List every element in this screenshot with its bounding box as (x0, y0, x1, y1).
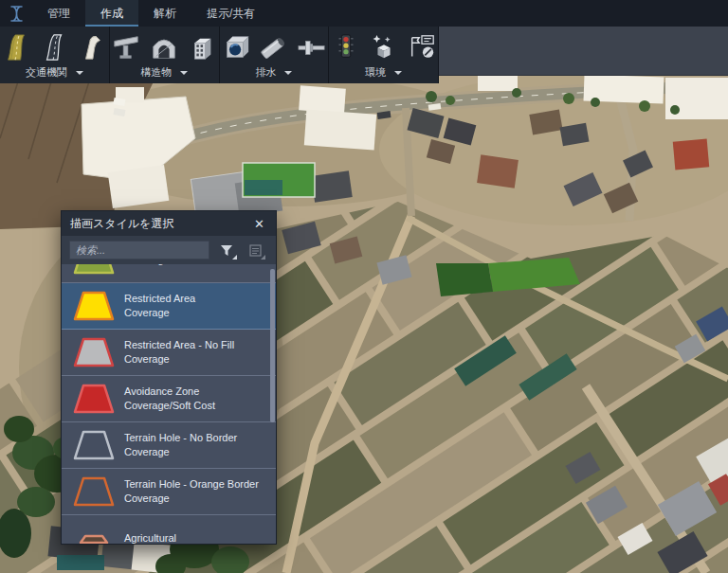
pipe-connector-button[interactable] (296, 30, 328, 64)
building-button[interactable] (186, 30, 218, 64)
style-subtitle: Coverage (124, 445, 237, 459)
style-name: Restricted Area (124, 292, 195, 306)
filter-funnel-icon (220, 244, 233, 257)
coverage-swatch-icon (73, 335, 115, 369)
bridge-icon (112, 32, 140, 63)
chevron-down-icon (180, 71, 188, 75)
highway-icon (2, 32, 30, 63)
city-furniture-icon (370, 32, 398, 63)
ramp-icon (78, 32, 106, 63)
ribbon-group-label-structures[interactable]: 構造物 (140, 65, 188, 80)
ribbon-group-label-transport[interactable]: 交通機関 (26, 65, 83, 80)
coverage-swatch-icon (73, 289, 115, 323)
ribbon-group-environment: 環境 (329, 27, 439, 83)
menu-tabs: 管理 作成 解析 提示/共有 (32, 0, 270, 27)
style-subtitle: Coverage (124, 306, 195, 320)
pipe-connector-icon (298, 32, 326, 63)
style-list: Coverage Restricted AreaCoverage Restric… (62, 264, 276, 544)
ribbon-group-structures: 構造物 (110, 27, 220, 83)
component-road-button[interactable] (38, 30, 70, 64)
scrollbar-thumb[interactable] (270, 269, 275, 422)
dialog-header[interactable]: 描画スタイルを選択 ✕ (62, 211, 276, 236)
menu-tab-create[interactable]: 作成 (85, 0, 138, 27)
ribbon-group-drainage: 排水 (220, 27, 330, 83)
style-list-item[interactable]: Terrain Hole - Orange BorderCoverage (62, 469, 276, 515)
ribbon-group-label-drainage[interactable]: 排水 (255, 65, 292, 80)
style-name: Restricted Area - No Fill (124, 338, 234, 352)
bridge-button[interactable] (110, 30, 142, 64)
search-input[interactable] (69, 241, 209, 260)
tunnel-button[interactable] (148, 30, 180, 64)
coverage-swatch-icon (73, 475, 115, 509)
design-road-button[interactable] (0, 30, 32, 64)
close-icon[interactable]: ✕ (251, 216, 267, 232)
dialog-search-bar (62, 236, 276, 264)
culvert-icon (222, 32, 250, 63)
ribbon-group-label-environment[interactable]: 環境 (365, 65, 402, 80)
coverage-swatch-icon (73, 264, 115, 277)
ibeam-cursor-icon (10, 6, 23, 22)
style-list-item[interactable]: Agricultural (62, 515, 276, 544)
chevron-corner-icon (261, 255, 265, 260)
tunnel-icon (150, 32, 178, 63)
dialog-title: 描画スタイルを選択 (70, 216, 251, 232)
style-name: Avoidance Zone (124, 385, 215, 399)
road-icon (40, 32, 68, 63)
ribbon-group-transport: 交通機関 (0, 27, 110, 83)
style-list-item[interactable]: Terrain Hole - No BorderCoverage (62, 422, 276, 469)
coverage-swatch-icon (73, 428, 115, 462)
annotation-icon (408, 32, 436, 63)
menu-tab-manage[interactable]: 管理 (32, 0, 85, 27)
view-options-button[interactable] (244, 240, 266, 260)
style-name: Terrain Hole - No Border (124, 431, 237, 445)
chevron-down-icon (394, 71, 402, 75)
pipe-button[interactable] (258, 30, 290, 64)
coverage-swatch-icon (73, 521, 115, 544)
view-options-icon (249, 244, 262, 257)
style-list-item[interactable]: Restricted AreaCoverage (62, 283, 276, 330)
filter-button[interactable] (215, 240, 238, 260)
coverage-swatch-icon (73, 382, 115, 416)
traffic-light-icon (332, 32, 360, 63)
style-picker-dialog: 描画スタイルを選択 ✕ Coverage (61, 210, 277, 545)
city-furniture-button[interactable] (368, 30, 400, 64)
app-window: 管理 作成 解析 提示/共有 (0, 0, 728, 573)
ramp-button[interactable] (76, 30, 108, 64)
style-list-item[interactable]: Restricted Area - No FillCoverage (62, 330, 276, 376)
style-list-item[interactable]: Avoidance ZoneCoverage/Soft Cost (62, 376, 276, 422)
chevron-down-icon (284, 71, 292, 75)
style-subtitle: Coverage (124, 264, 170, 267)
style-subtitle: Coverage/Soft Cost (124, 399, 215, 413)
building-icon (188, 32, 216, 63)
style-subtitle: Coverage (124, 492, 259, 506)
culvert-button[interactable] (220, 30, 252, 64)
style-name: Terrain Hole - Orange Border (124, 477, 259, 492)
annotation-button[interactable] (406, 30, 438, 64)
chevron-down-icon (76, 71, 83, 75)
ribbon: 交通機関 (0, 27, 439, 83)
menu-bar: 管理 作成 解析 提示/共有 (0, 0, 728, 27)
style-name: Agricultural (124, 531, 176, 545)
menu-tab-analyze[interactable]: 解析 (138, 0, 191, 27)
app-logo-button[interactable] (0, 0, 32, 27)
pipe-icon (260, 32, 288, 63)
style-subtitle: Coverage (124, 352, 234, 367)
ribbon-empty-area (439, 27, 728, 76)
chevron-corner-icon (232, 255, 237, 260)
style-list-item[interactable]: Coverage (62, 264, 276, 283)
menu-tab-present-share[interactable]: 提示/共有 (191, 0, 270, 27)
traffic-light-button[interactable] (330, 30, 362, 64)
